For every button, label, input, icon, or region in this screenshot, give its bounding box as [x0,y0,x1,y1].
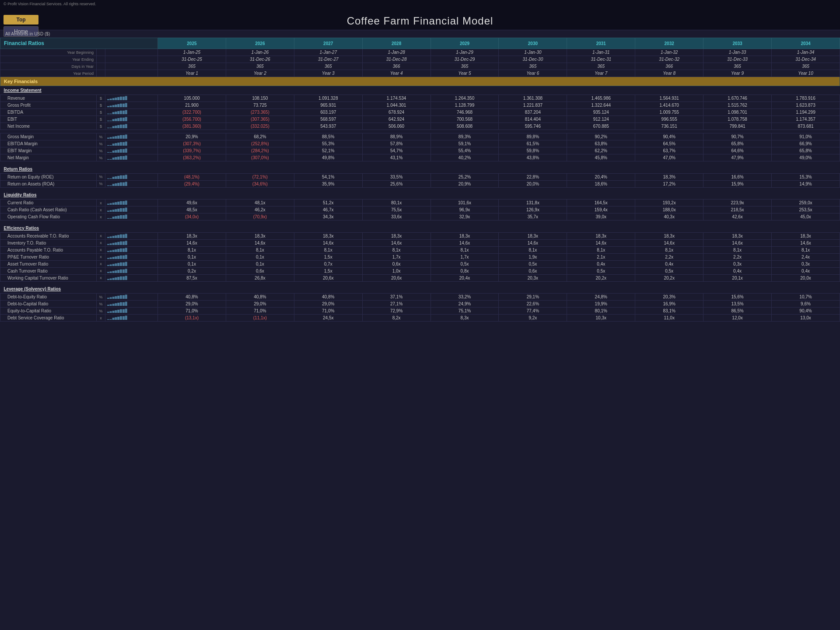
value-cell: 1.465.986 [567,95,635,102]
table-row: Return on Equity (ROE)%▁▁▄▅▆▇▇█(48,1%)(7… [0,173,840,180]
value-cell: 33,6x [362,214,430,220]
header-value: 365 [158,63,226,70]
value-cell: 86,5% [704,308,772,315]
table-row: Net Income$▁▁▄▅▆▇▇█(381.360)(332.025)543… [0,123,840,130]
value-cell: 59,1% [430,140,499,147]
value-cell: 14,6x [772,239,840,246]
header-value: 365 [567,63,635,70]
value-cell: 14,6x [499,239,567,246]
value-cell: (307,3%) [158,140,226,147]
value-cell: 670.885 [567,123,635,130]
table-row: EBIT$▁▁▄▅▆▇▇█(356.700)(307.365)568.59764… [0,116,840,123]
row-label: EBITDA [0,109,97,116]
col-2028: 2028 [362,38,430,49]
header-value: 31-Dec-33 [704,56,772,63]
value-cell: 40,8% [158,294,226,301]
header-value: 1-Jan-26 [226,49,294,56]
table-row: Debt-to-Capital Ratio%▂▃▄▅▆▇▇█29,0%29,0%… [0,301,840,308]
value-cell: 11,0x [635,315,704,322]
unit-cell: x [97,206,105,214]
row-label: Equity-to-Capital Ratio [0,308,97,315]
header-value: Year 4 [362,70,430,77]
value-cell: 18,3x [635,232,704,239]
row-label: Debt-to-Capital Ratio [0,301,97,308]
header-value: 31-Dec-32 [635,56,704,63]
value-cell: 0,5x [499,260,567,267]
header-value: 365 [294,63,362,70]
value-cell: 1.322.644 [567,102,635,109]
value-cell: (29,4%) [158,180,226,187]
unit-cell: % [97,154,105,161]
value-cell: 64,6% [704,147,772,154]
page-title: Coffee Farm Financial Model [0,13,840,30]
value-cell: 52,1% [294,147,362,154]
value-cell: 1.128.799 [430,102,499,109]
sparkline-cell: ▂▃▄▅▆▇▇█ [105,274,158,281]
value-cell: 25,2% [430,173,499,180]
value-cell: 0,2x [158,267,226,274]
value-cell: 20,1x [704,274,772,281]
value-cell: 101,6x [430,200,499,206]
table-row: Debt-to-Equity Ratio%▂▃▄▅▆▇▇█40,8%40,8%4… [0,294,840,301]
top-button[interactable]: Top [4,15,38,24]
value-cell: 8,1x [772,246,840,253]
table-row: Asset Turnover Ratiox▂▃▄▅▆▇▇█0,1x0,1x0,7… [0,260,840,267]
value-cell: 14,6x [158,239,226,246]
table-row: Debt Service Coverage Ratiox▁▁▄▅▆▇▇█(13,… [0,315,840,322]
value-cell: (307.365) [226,116,294,123]
value-cell: 8,1x [362,246,430,253]
value-cell: 15,3% [772,173,840,180]
main-table: Financial Ratios 2025 2026 2027 2028 202… [0,38,840,322]
value-cell: 80,1x [362,200,430,206]
row-label: Working Capital Turnover Ratio [0,274,97,281]
value-cell: 46,2x [226,206,294,214]
value-cell: 1.174.534 [362,95,430,102]
row-label: Accounts Payable T.O. Ratio [0,246,97,253]
value-cell: 8,1x [704,246,772,253]
value-cell: 1,5x [294,253,362,260]
value-cell: 88,5% [294,133,362,140]
value-cell: 0,5x [567,267,635,274]
value-cell: 188,0x [635,206,704,214]
value-cell: 57,8% [362,140,430,147]
header-value: 1-Jan-31 [567,49,635,56]
value-cell: 20,6x [294,274,362,281]
col-2032: 2032 [635,38,704,49]
header-value: Year 10 [772,70,840,77]
value-cell: 912.124 [567,116,635,123]
row-label: Revenue [0,95,97,102]
value-cell: 506.060 [362,123,430,130]
subsection-header: Efficiency Ratios [0,224,840,233]
value-cell: (307,0%) [226,154,294,161]
header-value: Year 7 [567,70,635,77]
header-value: Year 8 [635,70,704,77]
value-cell: 0,1x [158,253,226,260]
value-cell: 18,6% [567,180,635,187]
value-cell: 25,6% [362,180,430,187]
table-row: Equity-to-Capital Ratio%▂▃▄▅▆▇▇█71,0%71,… [0,308,840,315]
value-cell: 66,9% [772,140,840,147]
value-cell: 1.361.308 [499,95,567,102]
value-cell: 90,2% [567,133,635,140]
col-2026: 2026 [226,38,294,49]
value-cell: 55,3% [294,140,362,147]
value-cell: 0,8x [430,267,499,274]
value-cell: 164,5x [567,200,635,206]
value-cell: 1.091.328 [294,95,362,102]
unit-cell: x [97,246,105,253]
value-cell: 59,8% [499,147,567,154]
value-cell: 24,9% [430,301,499,308]
value-cell: 18,3x [704,232,772,239]
value-cell: 40,2% [430,154,499,161]
value-cell: 1.515.762 [704,102,772,109]
value-cell: 37,1% [362,294,430,301]
value-cell: 20,9% [430,180,499,187]
sparkline-cell: ▂▃▄▅▆▇▇█ [105,206,158,214]
subsection-header: Return Ratios [0,165,840,174]
value-cell: (363,2%) [158,154,226,161]
header-value: 365 [430,63,499,70]
value-cell: 1,9x [499,253,567,260]
value-cell: 13,5% [704,301,772,308]
value-cell: (13,1x) [158,315,226,322]
value-cell: (48,1%) [158,173,226,180]
